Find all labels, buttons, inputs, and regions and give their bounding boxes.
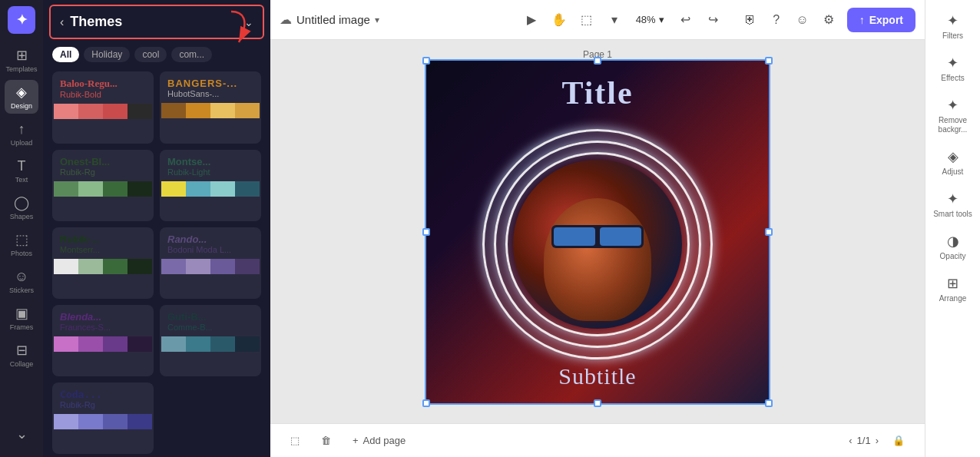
panel-header[interactable]: ‹ Themes ⌄ — [49, 5, 264, 39]
sidebar-item-expand[interactable]: ⌄ — [5, 417, 38, 451]
theme-card-5[interactable]: Rubik-... Montserr... — [52, 227, 154, 299]
right-panel-remove-bg[interactable]: ✦ Remove backgr... — [930, 91, 976, 141]
effects-label: Effects — [941, 74, 964, 83]
right-panel-effects[interactable]: ✦ Effects — [930, 48, 976, 89]
canvas-title[interactable]: Title — [561, 75, 633, 111]
smile-button[interactable]: ☺ — [790, 8, 815, 32]
prev-page-btn[interactable]: ‹ — [849, 435, 852, 446]
next-page-btn[interactable]: › — [876, 435, 879, 446]
play-button[interactable]: ▶ — [519, 8, 544, 32]
shield-button[interactable]: ⛨ — [738, 8, 763, 32]
frames-label: Frames — [10, 323, 34, 331]
theme-1-font-primary: Baloo-Regu... — [60, 78, 146, 90]
sidebar-item-shapes[interactable]: ◯ Shapes — [5, 190, 38, 224]
smart-tools-icon: ✦ — [947, 190, 958, 207]
theme-card-6[interactable]: Rando... Bodoni Moda L... — [160, 227, 261, 299]
shapes-icon: ◯ — [14, 194, 29, 211]
theme-card-9[interactable]: Coda... Rubik-Rg — [52, 382, 154, 454]
theme-card-1[interactable]: Baloo-Regu... Rubik-Bold — [52, 71, 154, 144]
page-counter: 1/1 — [857, 435, 871, 446]
upload-label: Upload — [11, 139, 33, 147]
templates-label: Templates — [5, 65, 37, 73]
canvas-subtitle[interactable]: Subtitle — [558, 363, 636, 389]
theme-3-font-primary: Onest-Bl... — [60, 156, 146, 167]
add-page-icon: + — [353, 435, 359, 446]
add-page-button[interactable]: + Add page — [345, 430, 413, 451]
panel-title: Themes — [70, 14, 238, 30]
filter-tab-all[interactable]: All — [52, 47, 79, 62]
collage-label: Collage — [10, 360, 34, 368]
theme-3-font-secondary: Rubik-Rg — [60, 167, 146, 177]
right-panel-filters[interactable]: ✦ Filters — [930, 6, 976, 47]
filter-tab-holiday[interactable]: Holiday — [84, 47, 130, 62]
canvas-image[interactable]: Title — [425, 59, 770, 405]
sidebar-item-photos[interactable]: ⬚ Photos — [5, 227, 38, 261]
help-button[interactable]: ? — [764, 8, 789, 32]
layout-button[interactable]: ⬚ — [574, 8, 599, 32]
theme-2-font-primary: BANGERS-... — [167, 78, 253, 89]
filter-tab-cool[interactable]: cool — [134, 47, 167, 62]
theme-1-font-secondary: Rubik-Bold — [60, 90, 146, 99]
sidebar-item-text[interactable]: T Text — [5, 154, 38, 187]
undo-button[interactable]: ↩ — [674, 8, 698, 32]
themes-panel: ‹ Themes ⌄ All Holiday cool com... Baloo… — [43, 0, 270, 457]
arrange-icon: ⊞ — [947, 275, 958, 292]
theme-card-3[interactable]: Onest-Bl... Rubik-Rg — [52, 150, 154, 221]
theme-card-8[interactable]: Guti-B... Comme-B... — [160, 305, 261, 376]
zoom-value: 48% — [636, 14, 656, 25]
filename: Untitled image — [296, 13, 370, 26]
smart-tools-label: Smart tools — [933, 210, 972, 219]
templates-icon: ⊞ — [16, 47, 28, 64]
right-panel-opacity[interactable]: ◑ Opacity — [930, 227, 976, 267]
toolbar-icon-group: ⛨ ? ☺ ⚙ — [738, 8, 841, 32]
circle-container — [475, 121, 720, 367]
filename-caret-icon[interactable]: ▾ — [375, 15, 379, 25]
theme-6-font-primary: Rando... — [167, 233, 253, 245]
sidebar-item-frames[interactable]: ▣ Frames — [5, 301, 38, 335]
sidebar-item-design[interactable]: ◈ Design — [5, 80, 38, 114]
remove-bg-label: Remove backgr... — [933, 116, 973, 134]
layout-caret-button[interactable]: ▾ — [602, 8, 627, 32]
shapes-label: Shapes — [10, 213, 34, 220]
sidebar-item-upload[interactable]: ↑ Upload — [5, 117, 38, 151]
theme-card-4[interactable]: Montse... Rubik-Light — [160, 150, 261, 221]
add-page-label: Add page — [363, 435, 406, 446]
theme-4-font-secondary: Rubik-Light — [167, 167, 253, 177]
sidebar-item-collage[interactable]: ⊟ Collage — [5, 338, 38, 372]
photos-label: Photos — [11, 250, 32, 257]
theme-8-font-primary: Guti-B... — [167, 311, 253, 323]
stickers-label: Stickers — [9, 286, 34, 294]
sidebar-item-templates[interactable]: ⊞ Templates — [5, 43, 38, 77]
right-panel-arrange[interactable]: ⊞ Arrange — [930, 269, 976, 310]
cloud-icon: ☁ — [280, 12, 292, 27]
export-button[interactable]: ↑ Export — [847, 8, 915, 32]
canvas-frame: Title — [425, 59, 770, 405]
right-panel-adjust[interactable]: ◈ Adjust — [930, 142, 976, 183]
theme-card-7[interactable]: Blenda... Fraunces-S... — [52, 305, 154, 376]
redo-button[interactable]: ↪ — [701, 8, 726, 32]
screenshot-button[interactable]: ⬚ — [283, 430, 307, 451]
expand-icon: ⌄ — [16, 426, 28, 442]
gear-button[interactable]: ⚙ — [816, 8, 841, 32]
collage-icon: ⊟ — [16, 342, 28, 359]
lock-button[interactable]: 🔒 — [885, 430, 912, 451]
person-image — [513, 160, 682, 329]
opacity-icon: ◑ — [947, 233, 959, 250]
sunglasses — [551, 225, 644, 248]
top-toolbar: ☁ Untitled image ▾ ▶ ✋ ⬚ ▾ 48% ▾ ↩ ↪ ⛨ ?… — [270, 0, 925, 40]
canvas-area: Page 1 ⬚ ⊞ ⧉ ••• Title — [270, 40, 925, 423]
zoom-control[interactable]: 48% ▾ — [630, 11, 670, 28]
theme-7-font-primary: Blenda... — [60, 311, 146, 323]
trash-button[interactable]: 🗑 — [313, 430, 339, 451]
filter-tab-com[interactable]: com... — [171, 47, 212, 62]
theme-card-2[interactable]: BANGERS-... HubotSans-... — [160, 71, 261, 144]
right-panel-smart-tools[interactable]: ✦ Smart tools — [930, 184, 976, 225]
theme-4-font-primary: Montse... — [167, 156, 253, 167]
sidebar-item-stickers[interactable]: ☺ Stickers — [5, 264, 38, 298]
theme-5-font-primary: Rubik-... — [60, 233, 146, 245]
right-panel: ✦ Filters ✦ Effects ✦ Remove backgr... ◈… — [925, 0, 980, 457]
toolbar-controls: ▶ ✋ ⬚ ▾ 48% ▾ ↩ ↪ — [519, 8, 726, 32]
hand-button[interactable]: ✋ — [547, 8, 571, 32]
icon-bar: ✦ ⊞ Templates ◈ Design ↑ Upload T Text ◯… — [0, 0, 43, 457]
photos-icon: ⬚ — [15, 231, 28, 248]
